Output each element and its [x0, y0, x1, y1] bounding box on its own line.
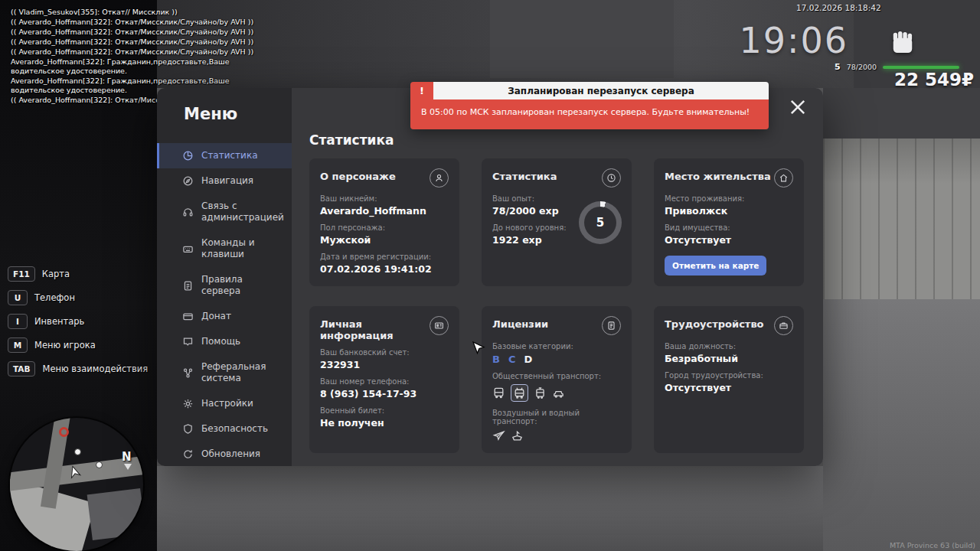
air-water-licenses	[492, 429, 621, 442]
rules-list-icon	[182, 280, 194, 292]
sidebar-item-commands-keys[interactable]: Команды и клавиши	[157, 230, 292, 267]
close-icon	[787, 109, 808, 120]
card-title: Лицензии	[492, 316, 548, 330]
sidebar-item-security[interactable]: Безопасность	[157, 416, 292, 442]
id-card-icon	[430, 316, 449, 335]
sidebar-item-updates[interactable]: Обновления	[157, 442, 292, 466]
sidebar-item-label: Команды и клавиши	[201, 237, 284, 260]
minimap-blip	[74, 448, 81, 455]
alert-icon: !	[410, 82, 433, 99]
hud-exp: 78/2000	[847, 63, 877, 71]
license-category-c[interactable]: C	[508, 354, 516, 365]
card-header: Трудоустройство	[665, 316, 793, 335]
chat-message: (( Vladim_Sesukov[355]: Откат// Миссклик…	[11, 8, 265, 17]
field-label: Военный билет:	[320, 406, 449, 415]
compass-pointer-icon	[124, 464, 132, 470]
trolleybus-icon[interactable]	[511, 384, 528, 402]
field-value: Отсутствует	[665, 382, 793, 393]
keybind-inventory: I Инвентарь	[8, 314, 148, 329]
field-label: Город трудоустройства:	[665, 371, 793, 380]
keybind-phone: U Телефон	[8, 290, 148, 305]
sidebar-item-navigation[interactable]: Навигация	[157, 168, 292, 194]
card-header: Лицензии	[492, 316, 621, 335]
bus-icon[interactable]	[492, 386, 505, 399]
key-badge: F11	[8, 266, 35, 282]
sidebar-item-label: Настройки	[201, 398, 253, 409]
hud-clock: 19:06	[739, 20, 848, 61]
exp-progress-bar	[883, 66, 959, 69]
key-badge: I	[8, 314, 28, 329]
notification-body: В 05:00 по МСК запланирован перезапуск с…	[410, 99, 769, 129]
keybind-map: F11 Карта	[8, 266, 148, 282]
sidebar-item-label: Обновления	[201, 448, 260, 460]
sidebar-item-label: Помощь	[201, 336, 240, 347]
field-label: Дата и время регистрации:	[320, 253, 449, 261]
card-employment: Трудоустройство Ваша должность: Безработ…	[654, 306, 804, 453]
keybind-label: Меню игрока	[34, 340, 96, 350]
field-value: 07.02.2026 19:41:02	[320, 263, 449, 275]
field-label: Базовые категории:	[492, 342, 621, 350]
clock-icon	[602, 168, 621, 187]
license-doc-icon	[602, 316, 621, 335]
close-menu-button[interactable]	[787, 96, 808, 118]
keyboard-icon	[182, 243, 194, 255]
license-category-d[interactable]: D	[524, 354, 532, 365]
field-value: Не получен	[320, 417, 449, 429]
public-transport-licenses	[492, 384, 621, 402]
chat-message: (( Averardo_Hoffmann[322]: Откат/Мисскли…	[11, 47, 265, 57]
field-label: Ваша должность:	[665, 342, 793, 350]
card-title: Личная информация	[320, 316, 430, 341]
license-category-b[interactable]: B	[492, 354, 500, 365]
license-categories: B C D	[492, 354, 621, 365]
sidebar-item-statistics[interactable]: Статистика	[157, 143, 292, 168]
sidebar-item-settings[interactable]: Настройки	[157, 391, 292, 416]
level-badge: 5	[584, 207, 616, 239]
server-restart-notification: ! Запланирован перезапуск сервера В 05:0…	[410, 82, 769, 129]
taxi-icon[interactable]	[552, 386, 565, 399]
page-title: Статистика	[309, 132, 805, 148]
tram-icon[interactable]	[534, 386, 547, 399]
pie-chart-icon	[182, 150, 194, 161]
key-badge: M	[8, 337, 28, 353]
sidebar-item-help[interactable]: Помощь	[157, 329, 292, 354]
menu-title: Меню	[157, 100, 292, 123]
field-label: Общественный транспорт:	[492, 372, 621, 380]
field-value: 8 (963) 154-17-93	[320, 388, 449, 399]
field-value: 232931	[320, 359, 449, 370]
keybind-interaction-menu: TAB Меню взаимодействия	[8, 361, 148, 377]
background-road	[157, 466, 823, 551]
compass-north-label: N	[122, 450, 132, 464]
chat-message: (( Averardo_Hoffmann[322]: Откат/Мисскли…	[11, 18, 265, 27]
sidebar-item-admin-contact[interactable]: Связь с администрацией	[157, 194, 292, 230]
card-title: О персонаже	[320, 168, 396, 182]
chat-bubble-icon	[182, 336, 194, 347]
mark-on-map-button[interactable]: Отметить на карте	[665, 256, 766, 276]
keybind-label: Телефон	[34, 292, 75, 303]
card-header: Статистика	[492, 168, 621, 187]
ship-icon[interactable]	[511, 429, 524, 442]
headset-icon	[182, 207, 194, 218]
minimap: N	[10, 418, 143, 551]
sidebar-item-referral[interactable]: Реферальная система	[157, 354, 292, 391]
field-label: Ваш банковский счет:	[320, 348, 449, 357]
fist-icon	[887, 26, 919, 58]
card-title: Статистика	[492, 168, 557, 182]
field-label: Пол персонажа:	[320, 223, 449, 232]
menu-nav: Статистика Навигация Связь с администрац…	[157, 143, 292, 466]
notification-title: Запланирован перезапуск сервера	[433, 82, 769, 99]
keybind-label: Карта	[42, 269, 70, 279]
sidebar-item-label: Правила сервера	[201, 274, 284, 297]
keybind-player-menu: M Меню игрока	[8, 337, 148, 353]
hud-money: 22 549₽	[894, 70, 974, 90]
plane-icon[interactable]	[492, 429, 505, 442]
field-value: Averardo_Hoffmann	[320, 205, 449, 217]
field-value: Отсутствует	[665, 234, 793, 246]
field-label: Место проживания:	[665, 194, 793, 203]
background-building	[490, 0, 674, 78]
field-value: Безработный	[665, 353, 793, 364]
user-icon	[430, 168, 449, 187]
card-header: Личная информация	[320, 316, 449, 341]
background-building	[823, 88, 980, 139]
sidebar-item-donate[interactable]: Донат	[157, 304, 292, 329]
sidebar-item-server-rules[interactable]: Правила сервера	[157, 267, 292, 304]
